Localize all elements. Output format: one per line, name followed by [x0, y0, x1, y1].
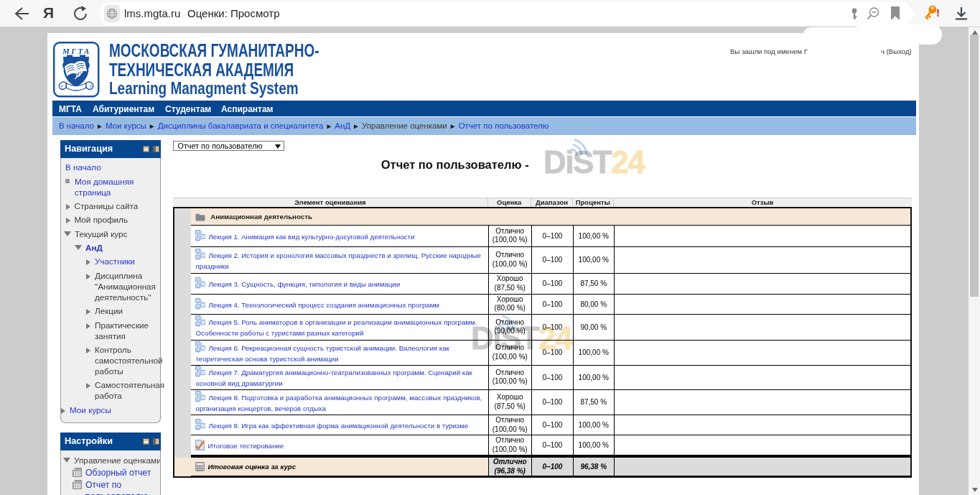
- svg-text:МГТА: МГТА: [62, 47, 91, 55]
- svg-text:!: !: [936, 6, 940, 19]
